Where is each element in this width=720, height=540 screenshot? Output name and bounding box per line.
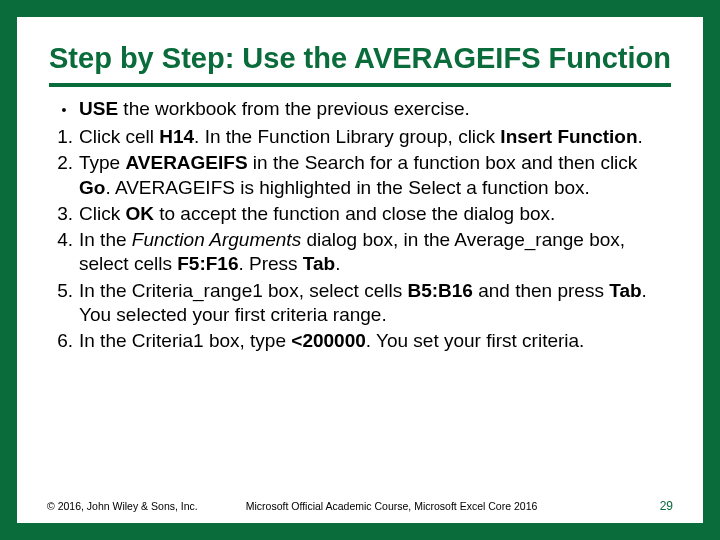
plain-text: to accept the function and close the dia… (154, 203, 555, 224)
bullet-marker: • (49, 97, 79, 123)
plain-text: . You set your first criteria. (366, 330, 585, 351)
bold-text: Go (79, 177, 105, 198)
step-text: In the Criteria_range1 box, select cells… (79, 279, 671, 328)
bullet-item: • USE the workbook from the previous exe… (49, 97, 671, 123)
plain-text: In the (79, 229, 132, 250)
footer-copyright: © 2016, John Wiley & Sons, Inc. (47, 500, 198, 512)
step-number: 4. (49, 228, 79, 277)
slide-body: • USE the workbook from the previous exe… (49, 97, 671, 354)
footer-page-number: 29 (660, 499, 673, 513)
bold-text: AVERAGEIFS (125, 152, 247, 173)
plain-text: Click (79, 203, 125, 224)
plain-text: . In the Function Library group, click (194, 126, 500, 147)
step-item: 2.Type AVERAGEIFS in the Search for a fu… (49, 151, 671, 200)
step-item: 3.Click OK to accept the function and cl… (49, 202, 671, 226)
slide-footer: © 2016, John Wiley & Sons, Inc. Microsof… (47, 499, 673, 513)
slide: Step by Step: Use the AVERAGEIFS Functio… (17, 17, 703, 523)
plain-text: and then press (473, 280, 609, 301)
plain-text: . (638, 126, 643, 147)
bold-text: OK (125, 203, 154, 224)
step-item: 1.Click cell H14. In the Function Librar… (49, 125, 671, 149)
plain-text: Click cell (79, 126, 159, 147)
bullet-text: USE the workbook from the previous exerc… (79, 97, 671, 123)
bold-text: Tab (303, 253, 335, 274)
step-number: 1. (49, 125, 79, 149)
step-text: In the Function Arguments dialog box, in… (79, 228, 671, 277)
footer-course: Microsoft Official Academic Course, Micr… (198, 500, 660, 512)
step-item: 6.In the Criteria1 box, type <200000. Yo… (49, 329, 671, 353)
step-number: 3. (49, 202, 79, 226)
plain-text: In the Criteria_range1 box, select cells (79, 280, 407, 301)
plain-text: in the Search for a function box and the… (248, 152, 638, 173)
plain-text: . Press (238, 253, 302, 274)
plain-text: In the Criteria1 box, type (79, 330, 291, 351)
step-number: 6. (49, 329, 79, 353)
step-number: 5. (49, 279, 79, 328)
bold-text: F5:F16 (177, 253, 238, 274)
plain-text: . AVERAGEIFS is highlighted in the Selec… (105, 177, 589, 198)
step-text: Click cell H14. In the Function Library … (79, 125, 671, 149)
step-number: 2. (49, 151, 79, 200)
bold-text: <200000 (291, 330, 366, 351)
italic-text: Function Arguments (132, 229, 301, 250)
plain-text: . (335, 253, 340, 274)
bold-text: Tab (609, 280, 641, 301)
step-text: Click OK to accept the function and clos… (79, 202, 671, 226)
bullet-rest: the workbook from the previous exercise. (118, 98, 470, 119)
step-item: 4.In the Function Arguments dialog box, … (49, 228, 671, 277)
bold-text: B5:B16 (407, 280, 472, 301)
plain-text: Type (79, 152, 125, 173)
step-text: In the Criteria1 box, type <200000. You … (79, 329, 671, 353)
bullet-bold: USE (79, 98, 118, 119)
bold-text: Insert Function (500, 126, 637, 147)
step-text: Type AVERAGEIFS in the Search for a func… (79, 151, 671, 200)
slide-title: Step by Step: Use the AVERAGEIFS Functio… (49, 43, 671, 87)
step-item: 5.In the Criteria_range1 box, select cel… (49, 279, 671, 328)
bold-text: H14 (159, 126, 194, 147)
